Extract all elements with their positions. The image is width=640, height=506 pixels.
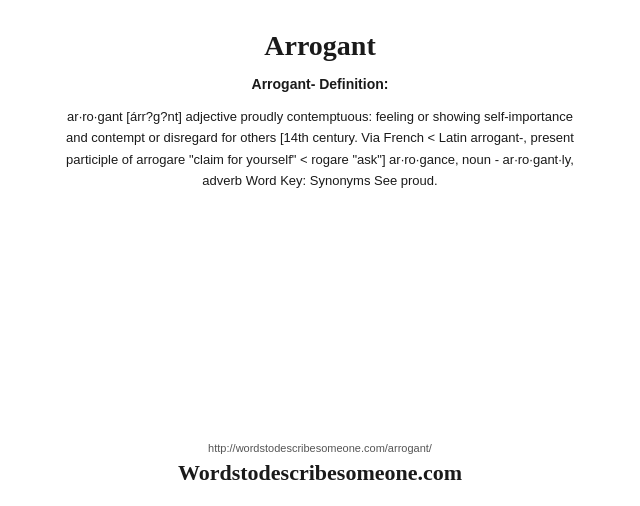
footer-url[interactable]: http://wordstodescribesomeone.com/arroga… bbox=[208, 442, 432, 454]
page-title: Arrogant bbox=[264, 30, 375, 62]
footer-brand: Wordstodescribesomeone.com bbox=[178, 460, 462, 486]
definition-body: ar·ro·gant [árr?g?nt] adjective proudly … bbox=[60, 106, 580, 192]
definition-subtitle: Arrogant- Definition: bbox=[252, 76, 389, 92]
page-wrapper: Arrogant Arrogant- Definition: ar·ro·gan… bbox=[0, 0, 640, 506]
